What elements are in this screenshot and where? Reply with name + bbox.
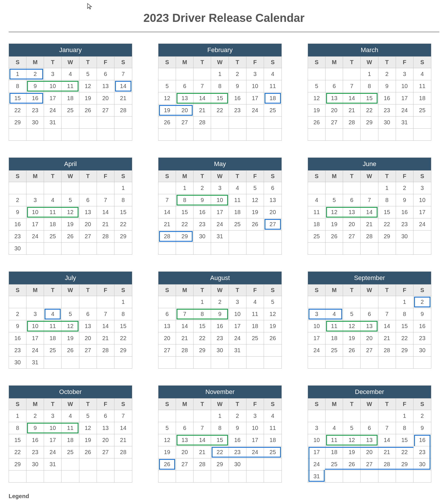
day-cell: 15 bbox=[194, 320, 211, 332]
day-cell: 6 bbox=[97, 68, 114, 80]
month-february: FebruarySMTWTFS1234567891011121314151617… bbox=[158, 43, 282, 141]
day-cell: 29 bbox=[378, 230, 396, 242]
day-cell: 25 bbox=[326, 458, 343, 470]
day-cell: 13 bbox=[97, 80, 114, 92]
day-cell: 9 bbox=[9, 206, 26, 218]
day-cell bbox=[396, 470, 413, 482]
day-cell: 20 bbox=[326, 104, 343, 116]
day-cell: 22 bbox=[9, 104, 26, 116]
day-cell: 27 bbox=[361, 344, 378, 356]
day-cell bbox=[158, 296, 176, 308]
day-cell: 26 bbox=[264, 332, 282, 344]
week-row: 12131415161718 bbox=[158, 92, 282, 104]
day-cell: 7 bbox=[378, 308, 396, 320]
day-cell bbox=[246, 230, 264, 242]
day-cell: 15 bbox=[378, 206, 396, 218]
day-cell: 25 bbox=[264, 446, 282, 458]
day-cell bbox=[79, 182, 97, 194]
day-cell: 24 bbox=[26, 230, 44, 242]
day-cell: 6 bbox=[176, 422, 194, 434]
day-cell: 19 bbox=[158, 446, 176, 458]
day-cell: 2 bbox=[378, 68, 396, 80]
day-cell bbox=[62, 356, 79, 368]
day-cell: 27 bbox=[176, 458, 194, 470]
day-cell: 17 bbox=[308, 332, 326, 344]
day-cell bbox=[176, 128, 194, 140]
day-cell: 8 bbox=[396, 308, 413, 320]
day-cell bbox=[361, 296, 378, 308]
day-cell: 12 bbox=[343, 434, 361, 446]
day-cell: 4 bbox=[62, 68, 79, 80]
dow-header: T bbox=[229, 56, 246, 68]
day-cell bbox=[211, 128, 229, 140]
day-cell bbox=[194, 242, 211, 254]
day-cell: 9 bbox=[396, 194, 413, 206]
day-cell: 10 bbox=[26, 320, 44, 332]
day-cell bbox=[308, 410, 326, 422]
dow-header: F bbox=[246, 56, 264, 68]
day-cell: 28 bbox=[97, 344, 114, 356]
day-cell: 8 bbox=[361, 80, 378, 92]
week-row bbox=[308, 356, 431, 368]
month-august: AugustSMTWTFS123456789101112131415161718… bbox=[158, 271, 282, 369]
day-cell bbox=[62, 116, 79, 128]
month-january: JanuarySMTWTFS12345678910111213141516171… bbox=[9, 43, 132, 141]
day-cell: 13 bbox=[264, 194, 282, 206]
day-cell: 14 bbox=[194, 92, 211, 104]
dow-header: T bbox=[44, 398, 62, 410]
week-row: 23242526272829 bbox=[9, 344, 132, 356]
day-cell: 9 bbox=[378, 80, 396, 92]
day-cell bbox=[361, 410, 378, 422]
day-cell bbox=[343, 470, 361, 482]
day-cell bbox=[97, 458, 114, 470]
week-row: 22232425262728 bbox=[9, 104, 132, 116]
month-april: AprilSMTWTFS1234567891011121314151617181… bbox=[9, 157, 132, 255]
day-cell: 27 bbox=[264, 218, 282, 230]
day-cell: 2 bbox=[194, 182, 211, 194]
dow-header: S bbox=[9, 56, 26, 68]
day-cell: 7 bbox=[97, 308, 114, 320]
day-cell: 27 bbox=[326, 116, 343, 128]
day-cell bbox=[114, 242, 132, 254]
day-cell: 3 bbox=[211, 182, 229, 194]
week-row: 1234567 bbox=[9, 68, 132, 80]
day-cell: 25 bbox=[62, 104, 79, 116]
day-cell: 23 bbox=[26, 104, 44, 116]
day-cell: 22 bbox=[211, 104, 229, 116]
dow-header: W bbox=[62, 170, 79, 182]
day-cell: 13 bbox=[79, 206, 97, 218]
dow-header: F bbox=[396, 398, 413, 410]
day-cell: 10 bbox=[246, 422, 264, 434]
day-cell: 12 bbox=[326, 206, 343, 218]
dow-row: SMTWTFS bbox=[158, 56, 282, 68]
week-row: 2345678 bbox=[9, 194, 132, 206]
week-row: 20212223242526 bbox=[158, 332, 282, 344]
day-cell: 24 bbox=[229, 332, 246, 344]
day-cell: 21 bbox=[97, 218, 114, 230]
day-cell: 17 bbox=[308, 446, 326, 458]
day-cell: 15 bbox=[114, 206, 132, 218]
day-cell: 26 bbox=[326, 230, 343, 242]
week-row bbox=[9, 128, 132, 140]
dow-row: SMTWTFS bbox=[308, 398, 431, 410]
day-cell: 29 bbox=[211, 458, 229, 470]
dow-header: M bbox=[26, 398, 44, 410]
day-cell: 17 bbox=[246, 434, 264, 446]
week-row: 6789101112 bbox=[158, 308, 282, 320]
day-cell bbox=[246, 128, 264, 140]
day-cell bbox=[176, 410, 194, 422]
week-row: 16171819202122 bbox=[9, 218, 132, 230]
dow-header: T bbox=[79, 56, 97, 68]
day-cell: 27 bbox=[158, 344, 176, 356]
day-cell: 2 bbox=[26, 68, 44, 80]
day-cell: 12 bbox=[158, 434, 176, 446]
month-title: May bbox=[158, 158, 282, 170]
day-cell: 3 bbox=[308, 308, 326, 320]
day-cell: 7 bbox=[97, 194, 114, 206]
week-row: 19202122232425 bbox=[158, 104, 282, 116]
week-row: 12 bbox=[308, 410, 431, 422]
day-cell bbox=[361, 242, 378, 254]
day-cell bbox=[361, 182, 378, 194]
week-row: 891011121314 bbox=[9, 422, 132, 434]
day-cell: 27 bbox=[97, 104, 114, 116]
